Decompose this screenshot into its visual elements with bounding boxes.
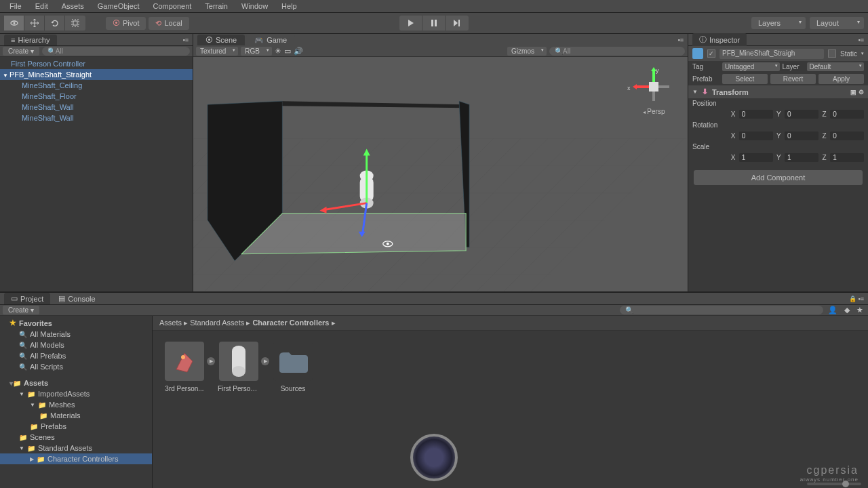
scale-tool[interactable]	[65, 16, 85, 30]
favorites-header[interactable]: ★Favorites	[0, 317, 152, 329]
rot-z[interactable]: 0	[830, 131, 864, 140]
project-tree: ★Favorites 🔍All Materials 🔍All Models 🔍A…	[0, 316, 153, 488]
inspector-tab[interactable]: ⓘ Inspector	[692, 33, 747, 46]
favorite-item[interactable]: 🔍All Models	[0, 340, 152, 350]
menu-terrain[interactable]: Terrain	[198, 2, 235, 10]
favorite-item[interactable]: 🔍All Materials	[0, 329, 152, 340]
play-button[interactable]	[399, 16, 422, 30]
add-component-button[interactable]: Add Component	[694, 170, 863, 185]
hand-tool[interactable]	[4, 16, 24, 30]
tree-folder[interactable]: 📁Prefabs	[0, 421, 152, 432]
asset-item[interactable]: ▶ First Person...	[218, 342, 260, 392]
save-search-icon[interactable]: ★	[854, 306, 865, 314]
thumbnail-size-slider[interactable]	[807, 483, 861, 485]
tree-folder[interactable]: ▶📁Character Controllers	[0, 453, 152, 464]
layout-dropdown[interactable]: Layout	[810, 17, 864, 29]
pivot-toggle[interactable]: ⦿Pivot	[106, 17, 146, 30]
gameobject-name-field[interactable]: PFB_MineShaft_Straigh	[719, 49, 824, 59]
gizmos-dropdown[interactable]: Gizmos	[507, 47, 547, 56]
pause-button[interactable]	[422, 16, 446, 30]
local-toggle[interactable]: ⟲Local	[149, 17, 189, 30]
watermark-text: cgpersia always number one	[800, 464, 859, 483]
favorite-item[interactable]: 🔍All Prefabs	[0, 350, 152, 361]
light-toggle-icon[interactable]: ☀	[275, 47, 281, 56]
menu-help[interactable]: Help	[275, 2, 304, 10]
breadcrumb-item[interactable]: Assets	[159, 319, 182, 327]
shading-mode[interactable]: Textured	[196, 47, 238, 56]
menu-component[interactable]: Component	[146, 2, 198, 10]
tree-folder[interactable]: 📁Materials	[0, 410, 152, 421]
image-toggle-icon[interactable]: ▭	[284, 47, 291, 56]
render-mode[interactable]: RGB	[241, 47, 272, 56]
rot-y[interactable]: 0	[785, 131, 818, 140]
filter-icon[interactable]: 👤	[826, 306, 840, 314]
hierarchy-search[interactable]: 🔍All	[42, 47, 190, 56]
favorite-item[interactable]: 🔍All Scripts	[0, 361, 152, 372]
rotate-tool[interactable]	[45, 16, 65, 30]
svg-rect-17	[649, 82, 658, 92]
pos-z[interactable]: 0	[830, 110, 864, 119]
svg-rect-3	[73, 21, 77, 25]
hierarchy-list: First Person Controller ▼PFB_MineShaft_S…	[0, 57, 193, 125]
console-tab[interactable]: ▤ Console	[52, 293, 102, 304]
orientation-gizmo[interactable]: ◂ Persp y x	[630, 67, 677, 121]
scl-z[interactable]: 1	[830, 153, 864, 162]
play-icon: ▶	[207, 357, 215, 365]
scene-search[interactable]: 🔍All	[549, 47, 685, 56]
rot-x[interactable]: 0	[739, 131, 773, 140]
step-button[interactable]	[446, 16, 469, 30]
menu-gameobject[interactable]: GameObject	[91, 2, 146, 10]
filter-type-icon[interactable]: ◆	[842, 306, 852, 314]
pos-y[interactable]: 0	[785, 110, 818, 119]
scene-panel: ⦿ Scene 🎮 Game ▪≡ Textured RGB ☀ ▭ 🔊 Giz…	[193, 34, 688, 291]
static-checkbox[interactable]	[828, 49, 836, 58]
hierarchy-item[interactable]: ▼PFB_MineShaft_Straight	[0, 69, 193, 80]
asset-item[interactable]: ▶ 3rd Person...	[163, 342, 205, 392]
hierarchy-item[interactable]: MineShaft_Wall	[0, 113, 193, 123]
transform-component[interactable]: ▼⬇Transform ▣ ⚙	[688, 85, 868, 98]
scl-x[interactable]: 1	[739, 153, 773, 162]
asset-item[interactable]: Sources	[272, 342, 314, 392]
hierarchy-item[interactable]: First Person Controller	[0, 58, 193, 69]
scl-y[interactable]: 1	[785, 153, 818, 162]
project-search[interactable]: 🔍	[620, 306, 823, 314]
menu-window[interactable]: Window	[235, 2, 275, 10]
hierarchy-create[interactable]: Create ▾	[3, 47, 39, 56]
layers-dropdown[interactable]: Layers	[751, 17, 806, 29]
hierarchy-panel: ≡ Hierarchy▪≡ Create ▾ 🔍All First Person…	[0, 34, 193, 291]
hierarchy-tab[interactable]: ≡ Hierarchy	[4, 35, 57, 45]
hierarchy-item[interactable]: MineShaft_Wall	[0, 102, 193, 113]
svg-point-25	[232, 366, 245, 377]
tree-folder[interactable]: ▼📁Meshes	[0, 399, 152, 410]
watermark-logo	[410, 434, 458, 481]
hierarchy-item[interactable]: MineShaft_Floor	[0, 91, 193, 102]
project-create[interactable]: Create ▾	[3, 306, 39, 314]
active-checkbox[interactable]: ✓	[707, 49, 715, 58]
layer-dropdown[interactable]: Default	[807, 62, 865, 71]
breadcrumb-item[interactable]: Standard Assets	[190, 319, 244, 327]
game-tab[interactable]: 🎮 Game	[246, 35, 295, 46]
pos-x[interactable]: 0	[739, 110, 773, 119]
transform-tools	[4, 16, 85, 30]
scene-tab[interactable]: ⦿ Scene	[197, 35, 245, 45]
hierarchy-item[interactable]: MineShaft_Ceiling	[0, 80, 193, 91]
prefab-icon	[692, 48, 703, 59]
menu-edit[interactable]: Edit	[28, 2, 55, 10]
menu-file[interactable]: File	[3, 2, 28, 10]
prefab-select[interactable]: Select	[722, 74, 768, 84]
menubar: File Edit Assets GameObject Component Te…	[0, 0, 868, 13]
tree-folder[interactable]: ▼📁Standard Assets	[0, 443, 152, 453]
breadcrumb-item[interactable]: Character Controllers	[252, 319, 329, 327]
prefab-revert[interactable]: Revert	[770, 74, 816, 84]
scene-viewport[interactable]: ◂ Persp y x	[193, 57, 688, 291]
tree-folder[interactable]: ▼📁ImportedAssets	[0, 388, 152, 399]
prefab-apply[interactable]: Apply	[818, 74, 864, 84]
svg-rect-5	[435, 20, 437, 26]
tree-folder[interactable]: 📁Scenes	[0, 432, 152, 443]
audio-toggle-icon[interactable]: 🔊	[294, 47, 303, 56]
project-tab[interactable]: ▭ Project	[4, 293, 50, 304]
assets-header[interactable]: ▾📁Assets	[0, 378, 152, 388]
tag-dropdown[interactable]: Untagged	[722, 62, 780, 71]
move-tool[interactable]	[24, 16, 45, 30]
menu-assets[interactable]: Assets	[55, 2, 91, 10]
